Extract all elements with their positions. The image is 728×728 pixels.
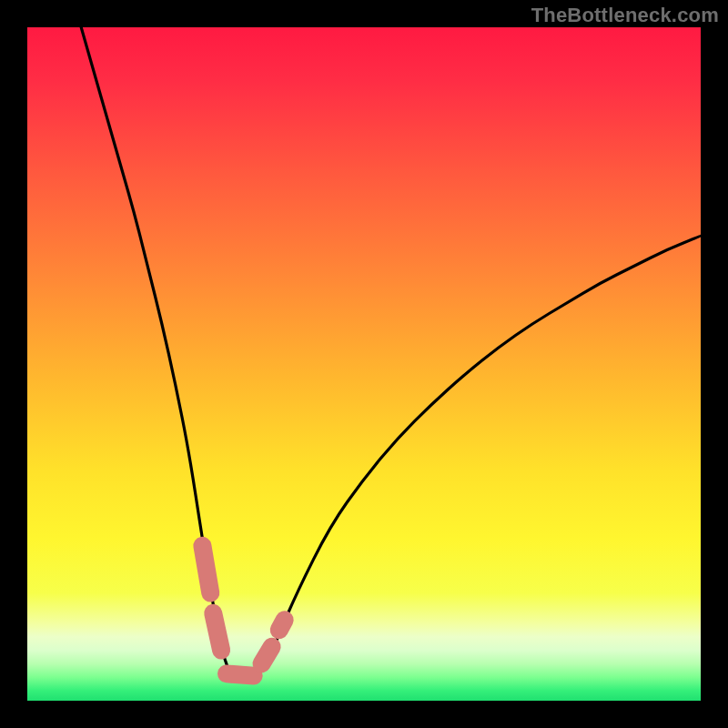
bottleneck-curve — [81, 27, 701, 678]
dot-right-upper — [279, 620, 285, 630]
plot-area — [27, 27, 701, 701]
highlight-markers — [202, 546, 284, 676]
seg-bottom — [227, 673, 254, 675]
curve-layer — [27, 27, 701, 701]
seg-left-lower — [213, 613, 221, 651]
seg-left-upper — [202, 546, 210, 593]
seg-right-lower — [262, 647, 272, 664]
outer-frame: TheBottleneck.com — [0, 0, 728, 728]
watermark-text: TheBottleneck.com — [531, 4, 719, 27]
